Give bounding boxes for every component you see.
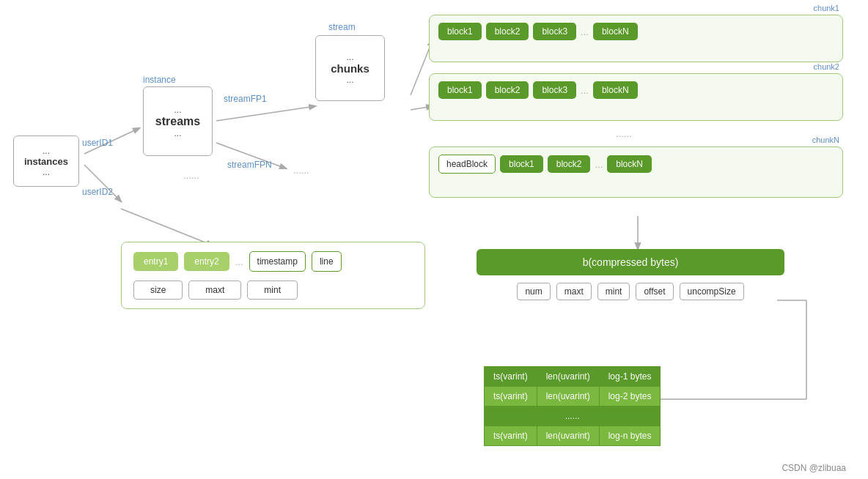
entry-field-size: size [133,281,183,300]
line-box: line [312,251,342,272]
chunks-dots-bot: ... [346,75,353,85]
svg-line-10 [121,209,213,245]
chunk1-block2: block2 [486,23,529,40]
streams-separator: ...... [183,170,199,181]
row4-col3: log-n bytes [599,426,661,446]
streamfpn-label: streamFPN [227,160,272,170]
userid1-label: userID1 [82,138,113,148]
chunk1-blockN: blockN [593,23,638,40]
chunk2-container: chunk2 block1 block2 block3 ... blockN [429,73,843,121]
instances-box: ... instances ... [13,135,79,187]
compressed-bytes-box: b(compressed bytes) [477,249,784,275]
data-table: ts(varint) len(uvarint) log-1 bytes ts(v… [484,366,661,446]
chunkN-block1: block1 [500,155,543,173]
svg-line-2 [216,106,315,121]
row2-col1: ts(varint) [485,387,537,406]
streams-box: ... streams ... [143,86,213,156]
chunk2-dots: ... [581,85,589,96]
chunks-separator: ...... [616,128,632,139]
streams-dots-top: ... [174,105,181,115]
entry2-box: entry2 [184,252,229,271]
field-uncompsize: uncompSize [680,283,744,300]
row2-col3: log-2 bytes [599,387,661,406]
entry-field-mint: mint [247,281,298,300]
field-num: num [517,283,550,300]
block-detail-container: b(compressed bytes) num maxt mint offset… [477,249,784,300]
chunk2-blockN: blockN [593,81,638,99]
chunkN-blocks: headBlock block1 block2 ... blockN [438,155,834,174]
chunks-dots-top: ... [346,52,353,62]
streams-dots-bot: ... [174,128,181,138]
streamfpn-dots: ...... [293,165,309,176]
chunk2-block3: block3 [533,81,576,99]
userid2-label: userID2 [82,187,113,197]
chunk1-block1: block1 [438,23,482,40]
chunkN-label: chunkN [812,135,839,144]
chunk1-container: chunk1 block1 block2 block3 ... blockN [429,15,843,62]
chunkN-block2: block2 [548,155,591,173]
streamfp1-label: streamFP1 [224,94,267,104]
chunk1-label: chunk1 [814,4,839,12]
row4-col1: ts(varint) [485,426,537,446]
entry-dots: ... [235,256,243,267]
field-mint: mint [597,283,630,300]
chunks-box: ... chunks ... [315,35,385,101]
chunkN-blockN: blockN [607,155,652,173]
row1-col3: log-1 bytes [599,367,661,387]
row3-col1: ...... [485,406,661,426]
streams-label: streams [155,115,200,128]
field-maxt: maxt [556,283,592,300]
entry-detail-container: entry1 entry2 ... timestamp line size ma… [121,242,425,309]
entry1-box: entry1 [133,252,178,271]
chunk2-block1: block1 [438,81,482,99]
stream-label-text: stream [328,22,356,32]
row1-col2: len(uvarint) [537,367,599,387]
instances-label: instances [24,156,68,167]
chunk1-dots: ... [581,26,589,37]
chunk2-label: chunk2 [814,62,839,71]
entry-field-maxt: maxt [188,281,241,300]
instance-label-text: instance [143,75,176,85]
row1-col1: ts(varint) [485,367,537,387]
row2-col2: len(uvarint) [537,387,599,406]
instances-dots-bot: ... [43,167,50,177]
chunks-label: chunks [331,62,369,75]
entry-row: entry1 entry2 ... timestamp line [133,251,413,272]
chunk1-blocks: block1 block2 block3 ... blockN [438,23,834,40]
chunkN-dots: ... [595,159,603,170]
field-offset: offset [636,283,673,300]
timestamp-box: timestamp [249,251,306,272]
row4-col2: len(uvarint) [537,426,599,446]
chunkN-headblock: headBlock [438,155,496,174]
chunk2-block2: block2 [486,81,529,99]
chunkN-container: chunkN headBlock block1 block2 ... block… [429,146,843,198]
watermark: CSDN @zlibuaa [781,463,846,473]
chunk1-block3: block3 [533,23,576,40]
instances-dots-top: ... [43,146,50,156]
block-field-row: num maxt mint offset uncompSize [477,283,784,300]
chunk2-blocks: block1 block2 block3 ... blockN [438,81,834,99]
entry-field-row: size maxt mint [133,281,413,300]
